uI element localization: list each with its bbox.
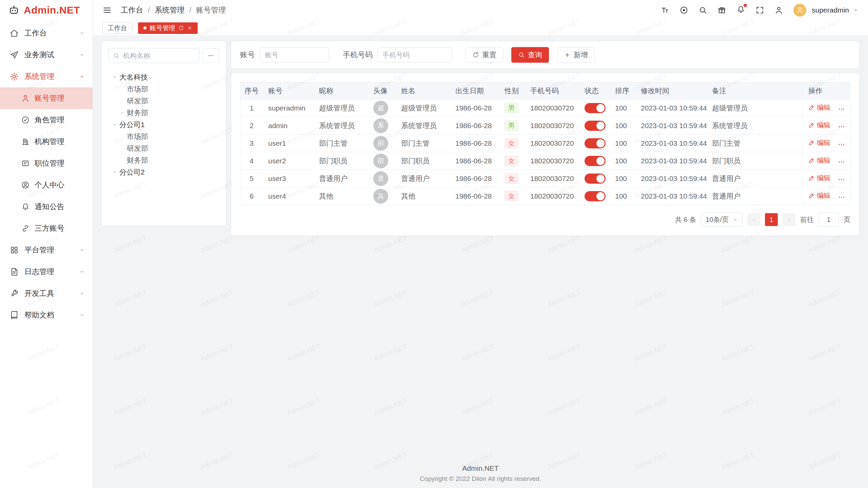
header-actions: superadmin: [660, 4, 859, 17]
sidebar-item-help-docs[interactable]: 帮助文档: [0, 304, 93, 326]
tree-node[interactable]: 研发部: [108, 142, 219, 154]
logo[interactable]: Admin.NET: [0, 0, 93, 20]
breadcrumb-item[interactable]: 工作台: [121, 5, 143, 15]
status-toggle[interactable]: [585, 191, 606, 201]
status-toggle[interactable]: [585, 138, 606, 148]
sidebar-item-notice[interactable]: 通知公告: [0, 196, 93, 218]
search-button[interactable]: 查询: [511, 47, 549, 63]
sidebar-item-log-management[interactable]: 日志管理: [0, 261, 93, 283]
current-page[interactable]: 1: [765, 213, 778, 226]
chevron-down-icon[interactable]: [853, 7, 859, 13]
gender-badge: 女: [505, 138, 518, 149]
edit-icon: [808, 104, 815, 111]
goto-page-input[interactable]: [818, 212, 839, 227]
caret-icon[interactable]: [110, 121, 119, 128]
reset-button[interactable]: 重置: [466, 47, 503, 63]
table-header-row: 序号 账号 昵称 头像 姓名 出生日期 性别 手机号码 状态 排序 修改时间 备…: [240, 82, 850, 99]
edit-button[interactable]: 编辑: [808, 121, 830, 130]
edit-button[interactable]: 编辑: [808, 191, 830, 200]
sidebar-item-personal-center[interactable]: 个人中心: [0, 174, 93, 196]
cell-name: 普通用户: [396, 170, 450, 187]
tree-node[interactable]: 分公司2: [108, 166, 219, 178]
status-toggle[interactable]: [585, 121, 606, 131]
username[interactable]: superadmin: [812, 6, 849, 14]
edit-button[interactable]: 编辑: [808, 156, 830, 165]
caret-icon[interactable]: [117, 109, 127, 117]
sidebar-item-org-management[interactable]: 机构管理: [0, 131, 93, 152]
gender-badge: 女: [505, 173, 518, 184]
tree-node[interactable]: 分公司1: [108, 119, 219, 130]
gear-icon: [9, 72, 19, 81]
more-dots-icon: [838, 105, 845, 113]
notification-bell[interactable]: [736, 5, 745, 15]
tree-node[interactable]: 市场部: [108, 83, 219, 95]
hamburger-icon[interactable]: [102, 5, 112, 15]
sidebar-item-platform-management[interactable]: 平台管理: [0, 239, 93, 261]
edit-button[interactable]: 编辑: [808, 174, 830, 183]
tree-node[interactable]: 市场部: [108, 130, 219, 142]
cell-birthdate: 1986-06-28: [450, 99, 499, 117]
status-toggle[interactable]: [585, 103, 606, 113]
sidebar-item-dev-tools[interactable]: 开发工具: [0, 283, 93, 304]
caret-icon[interactable]: [110, 168, 119, 176]
tree-more-button[interactable]: [203, 48, 219, 63]
sidebar-item-workbench[interactable]: 工作台: [0, 22, 93, 44]
status-toggle[interactable]: [585, 174, 606, 184]
add-button[interactable]: 新增: [557, 47, 595, 63]
cell-phone: 18020030720: [525, 135, 579, 152]
cell-phone: 18020030720: [525, 152, 579, 170]
user-icon[interactable]: [774, 6, 783, 15]
page-size-select[interactable]: 10条/页: [701, 212, 743, 227]
theme-icon[interactable]: [679, 6, 688, 15]
row-avatar: 其: [373, 189, 388, 204]
org-search-input[interactable]: [108, 48, 199, 63]
sidebar: Admin.NET 工作台 业务测试 系统管理 账号管理 角色管理 机构管理: [0, 0, 93, 488]
sidebar-item-role-management[interactable]: 角色管理: [0, 109, 93, 131]
tab-account-management[interactable]: 账号管理: [138, 22, 198, 34]
edit-icon: [808, 157, 815, 164]
wrench-icon: [9, 289, 19, 298]
sidebar-item-system-management[interactable]: 系统管理: [0, 66, 93, 87]
prev-page-button[interactable]: [747, 213, 760, 226]
avatar[interactable]: [793, 4, 806, 17]
gift-icon[interactable]: [717, 6, 726, 15]
next-page-button[interactable]: [783, 213, 795, 226]
fullscreen-icon[interactable]: [755, 6, 764, 15]
sidebar-item-post-management[interactable]: 职位管理: [0, 152, 93, 174]
tree-node[interactable]: 财务部: [108, 107, 219, 119]
tree-node[interactable]: 财务部: [108, 154, 219, 166]
account-label: 账号: [240, 50, 255, 60]
cell-order: 100: [610, 187, 635, 205]
more-actions-button[interactable]: [838, 105, 845, 113]
reset-label: 重置: [482, 50, 496, 60]
more-actions-button[interactable]: [838, 176, 845, 183]
sidebar-item-account-management[interactable]: 账号管理: [0, 87, 93, 109]
close-icon[interactable]: [187, 25, 192, 30]
caret-icon[interactable]: [110, 74, 119, 81]
more-actions-button[interactable]: [838, 194, 845, 201]
cell-remark: 部门主管: [707, 135, 803, 152]
tab-workbench[interactable]: 工作台: [102, 22, 133, 34]
cell-no: 3: [240, 135, 263, 152]
accounts-table: 序号 账号 昵称 头像 姓名 出生日期 性别 手机号码 状态 排序 修改时间 备…: [240, 82, 850, 205]
tab-label: 工作台: [108, 24, 127, 33]
sidebar-item-business-test[interactable]: 业务测试: [0, 44, 93, 66]
status-toggle[interactable]: [585, 156, 606, 166]
tree-node[interactable]: 研发部: [108, 95, 219, 107]
tree-node[interactable]: 大名科技: [108, 71, 219, 83]
sidebar-item-third-party-account[interactable]: 三方账号: [0, 218, 93, 239]
breadcrumb-item[interactable]: 系统管理: [155, 5, 184, 15]
more-actions-button[interactable]: [838, 158, 845, 166]
phone-input[interactable]: [377, 47, 452, 62]
more-actions-button[interactable]: [838, 141, 845, 148]
cell-remark: 普通用户: [707, 187, 803, 205]
account-input[interactable]: [260, 47, 329, 62]
edit-button[interactable]: 编辑: [808, 138, 830, 147]
font-size-icon[interactable]: [660, 6, 669, 15]
more-actions-button[interactable]: [838, 123, 845, 130]
edit-button[interactable]: 编辑: [808, 103, 830, 112]
search-icon[interactable]: [698, 6, 707, 15]
refresh-icon[interactable]: [178, 25, 184, 31]
more-dots-icon: [838, 158, 845, 166]
chevron-down-icon: [733, 217, 738, 222]
